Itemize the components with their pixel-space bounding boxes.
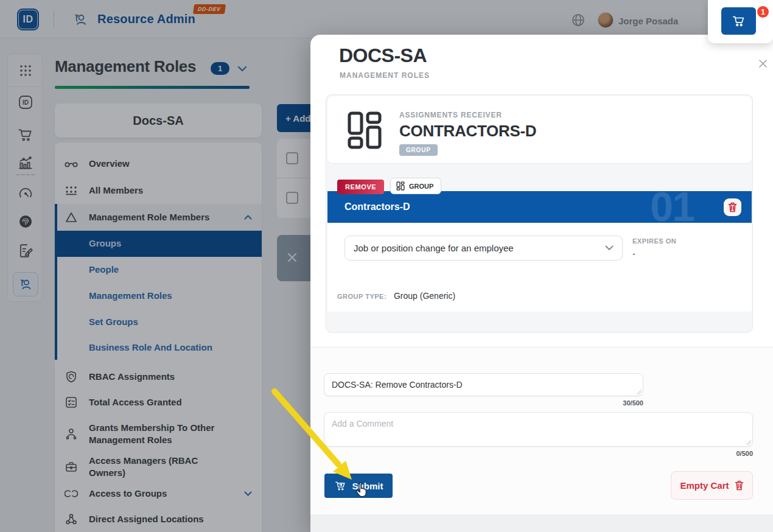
item-type-chip: GROUP	[390, 178, 441, 194]
group-tiles-icon	[347, 111, 382, 150]
cart-item-index: 01	[650, 191, 694, 223]
cart-panel: 1	[708, 0, 773, 43]
trash-icon	[728, 202, 737, 212]
group-type-row: GROUP TYPE: Group (Generic)	[337, 291, 455, 301]
group-type-label: GROUP TYPE:	[337, 293, 386, 300]
empty-cart-label: Empty Cart	[680, 480, 729, 491]
submit-label: Submit	[352, 481, 383, 491]
submit-button[interactable]: Submit	[324, 474, 393, 498]
cart-review-modal: DOCS-SA MANAGEMENT ROLES ASSIGNMENTS REC…	[310, 35, 773, 532]
empty-cart-button[interactable]: Empty Cart	[671, 471, 753, 500]
cart-count-badge: 1	[756, 5, 770, 19]
reason-select-value: Job or position change for an employee	[354, 243, 514, 253]
modal-title: DOCS-SA	[339, 44, 427, 67]
request-form-section: 30/500 0/500 Submit Empty Cart	[310, 347, 773, 514]
action-remove-badge: REMOVE	[337, 180, 384, 194]
close-icon[interactable]	[758, 59, 768, 68]
request-name-input[interactable]	[324, 373, 643, 396]
expires-on-label: EXPIRES ON	[632, 237, 676, 245]
cart-item-bar: Contractors-D 01	[327, 191, 752, 223]
resize-grip[interactable]	[636, 389, 642, 394]
receiver-type-badge: GROUP	[399, 144, 438, 156]
reason-select[interactable]: Job or position change for an employee	[345, 236, 623, 261]
modal-subtitle: MANAGEMENT ROLES	[340, 71, 430, 80]
remove-item-button[interactable]	[724, 198, 741, 216]
expires-on-value: -	[632, 249, 635, 259]
cart-item-name: Contractors-D	[345, 201, 410, 212]
assignments-receiver-card: ASSIGNMENTS RECEIVER CONTRACTORS-D GROUP	[327, 96, 752, 163]
receiver-name: CONTRACTORS-D	[399, 122, 536, 141]
receiver-label: ASSIGNMENTS RECEIVER	[399, 111, 502, 119]
chevron-down-icon	[605, 245, 614, 251]
cart-button[interactable]: 1	[721, 7, 756, 35]
group-tiles-icon	[396, 181, 405, 191]
item-type-chip-label: GROUP	[409, 183, 433, 190]
cart-icon	[732, 15, 746, 28]
cart-item-details: Job or position change for an employee E…	[327, 223, 752, 312]
comment-input[interactable]	[324, 412, 753, 447]
request-name-counter: 30/500	[324, 399, 643, 407]
cart-summary-card: ASSIGNMENTS RECEIVER CONTRACTORS-D GROUP…	[326, 94, 753, 333]
resize-grip[interactable]	[746, 439, 751, 445]
group-type-value: Group (Generic)	[394, 291, 455, 301]
cart-submit-icon	[334, 480, 347, 492]
comment-counter: 0/500	[324, 450, 753, 457]
modal-footer	[310, 514, 773, 532]
trash-icon	[735, 480, 744, 491]
